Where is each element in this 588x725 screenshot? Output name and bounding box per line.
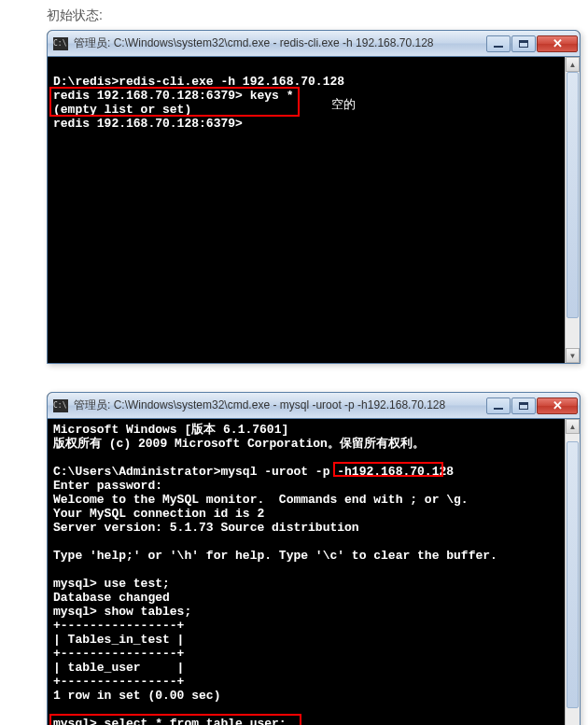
maximize-icon bbox=[519, 402, 528, 410]
terminal-line: 版权所有 (c) 2009 Microsoft Corporation。保留所有… bbox=[53, 437, 574, 451]
terminal-line bbox=[53, 535, 574, 549]
scroll-track[interactable] bbox=[566, 434, 580, 725]
terminal-line: +----------------+ bbox=[53, 619, 574, 633]
terminal-line: mysql> show tables; bbox=[53, 605, 574, 619]
terminal-line: Welcome to the MySQL monitor. Commands e… bbox=[53, 493, 574, 507]
terminal-line: Type 'help;' or '\h' for help. Type '\c'… bbox=[53, 549, 574, 563]
maximize-icon bbox=[519, 40, 528, 48]
annotation-label: 空的 bbox=[331, 96, 356, 113]
titlebar[interactable]: C:\. 管理员: C:\Windows\system32\cmd.exe - … bbox=[48, 393, 580, 419]
scroll-up-button[interactable]: ▲ bbox=[566, 57, 580, 72]
terminal-line: | table_user | bbox=[53, 661, 574, 675]
terminal-area: D:\redis>redis-cli.exe -h 192.168.70.128… bbox=[48, 57, 580, 363]
scrollbar-vertical[interactable]: ▲ ▼ bbox=[565, 57, 580, 363]
terminal-line: Microsoft Windows [版本 6.1.7601] bbox=[53, 423, 574, 437]
terminal-line: mysql> use test; bbox=[53, 577, 574, 591]
terminal-line: D:\redis>redis-cli.exe -h 192.168.70.128 bbox=[53, 75, 574, 89]
page-label: 初始状态: bbox=[47, 7, 588, 24]
terminal-line: 1 row in set (0.00 sec) bbox=[53, 689, 574, 703]
maximize-button[interactable] bbox=[511, 35, 536, 52]
terminal-line: Server version: 5.1.73 Source distributi… bbox=[53, 521, 574, 535]
minimize-button[interactable] bbox=[486, 35, 511, 52]
terminal-line: C:\Users\Administrator>mysql -uroot -p -… bbox=[53, 465, 574, 479]
maximize-button[interactable] bbox=[511, 397, 536, 414]
close-button[interactable]: ✕ bbox=[537, 35, 578, 52]
terminal-line: mysql> select * from table_user; bbox=[53, 717, 574, 725]
terminal-line: | Tables_in_test | bbox=[53, 633, 574, 647]
cmd-icon: C:\. bbox=[53, 399, 68, 412]
terminal-line: +----------------+ bbox=[53, 675, 574, 689]
minimize-button[interactable] bbox=[486, 397, 511, 414]
scroll-up-button[interactable]: ▲ bbox=[566, 419, 580, 434]
window-controls: ✕ bbox=[486, 397, 578, 414]
cmd-icon: C:\. bbox=[53, 37, 68, 50]
window-controls: ✕ bbox=[486, 35, 578, 52]
scrollbar-vertical[interactable]: ▲ ▼ bbox=[565, 419, 580, 725]
terminal-line: +----------------+ bbox=[53, 647, 574, 661]
window-title: 管理员: C:\Windows\system32\cmd.exe - redis… bbox=[74, 35, 486, 51]
close-icon: ✕ bbox=[553, 37, 563, 49]
terminal-line bbox=[53, 563, 574, 577]
minimize-icon bbox=[494, 46, 503, 48]
terminal-output[interactable]: D:\redis>redis-cli.exe -h 192.168.70.128… bbox=[48, 57, 580, 363]
terminal-line bbox=[53, 451, 574, 465]
terminal-area: Microsoft Windows [版本 6.1.7601]版权所有 (c) … bbox=[48, 419, 580, 725]
titlebar[interactable]: C:\. 管理员: C:\Windows\system32\cmd.exe - … bbox=[48, 31, 580, 57]
terminal-line bbox=[53, 703, 574, 717]
terminal-line: redis 192.168.70.128:6379> keys * bbox=[53, 89, 574, 103]
window-title: 管理员: C:\Windows\system32\cmd.exe - mysql… bbox=[74, 397, 486, 413]
terminal-output[interactable]: Microsoft Windows [版本 6.1.7601]版权所有 (c) … bbox=[48, 419, 580, 725]
scroll-track[interactable] bbox=[566, 72, 580, 348]
scroll-down-button[interactable]: ▼ bbox=[566, 348, 580, 363]
terminal-line: (empty list or set) bbox=[53, 103, 574, 117]
scroll-thumb[interactable] bbox=[567, 72, 579, 318]
terminal-line: Enter password: bbox=[53, 479, 574, 493]
terminal-line: Your MySQL connection id is 2 bbox=[53, 507, 574, 521]
close-icon: ✕ bbox=[553, 399, 563, 411]
terminal-line: redis 192.168.70.128:6379> bbox=[53, 117, 574, 131]
scroll-thumb[interactable] bbox=[567, 441, 579, 708]
cmd-window-mysql: C:\. 管理员: C:\Windows\system32\cmd.exe - … bbox=[47, 392, 581, 725]
terminal-line: Database changed bbox=[53, 591, 574, 605]
terminal-line bbox=[53, 61, 574, 75]
cmd-window-redis: C:\. 管理员: C:\Windows\system32\cmd.exe - … bbox=[47, 30, 581, 364]
minimize-icon bbox=[494, 408, 503, 410]
close-button[interactable]: ✕ bbox=[537, 397, 578, 414]
